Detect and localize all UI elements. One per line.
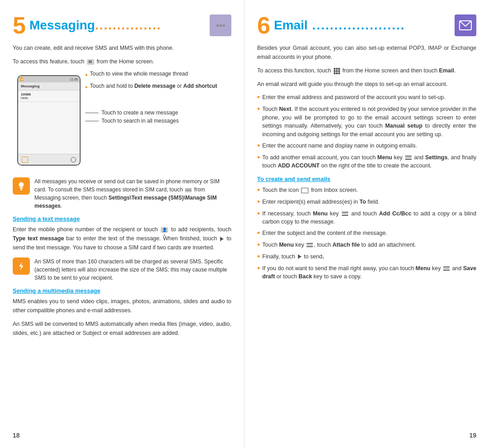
info-box-sms: An SMS of more than 160 characters will … [13,257,231,282]
email-intro-2: To access this function, touch from the … [257,66,476,75]
bullet-item: • Enter the email address and password o… [257,93,476,102]
menu-icon-1 [185,187,192,193]
section-5-title: Messaging............... [29,18,210,33]
bullet-item: • Touch Next. If the account you entered… [257,105,476,139]
sending-mms-heading: Sending a multimedia message [13,287,231,294]
page-number-left: 18 [13,432,20,439]
lightning-icon [16,261,26,271]
bullet-item-save-draft: • If you do not want to send the mail ri… [257,264,476,281]
svg-point-0 [19,182,24,187]
apps-grid-icon [334,68,340,74]
add-recipient-icon: 👤+ [161,227,168,233]
info-text-sim: All messages you receive or send out can… [34,177,231,210]
section-6-title: Email ..................... [274,18,455,33]
send-icon-2 [298,254,302,259]
section-5-number: 5 [13,14,26,37]
annotation-view-thread: • Touch to view the whole message thread [85,71,231,79]
bullet-item-cc: • If necessary, touch Menu key and touch… [257,210,476,227]
right-column: 6 Email ..................... Besides yo… [244,0,489,448]
bell-icon [16,181,26,191]
section-6-header: 6 Email ..................... [257,14,476,37]
search-icon [71,157,76,162]
sending-text-heading: Sending a text message [13,215,231,222]
left-column: 5 Messaging............... You can creat… [0,0,244,448]
info-box-sim: All messages you receive or send out can… [13,177,231,210]
sending-text-body: Enter the mobile phone number of the rec… [13,225,231,252]
email-section-icon [455,14,476,36]
info-icon-2 [13,257,30,275]
phone-app-header: Messaging [18,82,80,91]
annotation-delete: • Touch and hold to Delete message or Ad… [85,83,231,91]
create-send-heading: To create and send emails [257,176,476,182]
sending-mms-body-2: An SMS will be converted to MMS automati… [13,319,231,338]
menu-icon-4 [307,243,313,248]
compose-mail-icon [301,188,308,193]
sending-mms-body-1: MMS enables you to send video clips, ima… [13,297,231,315]
messaging-intro-2: To access this feature, touch 🖼 from the… [13,57,231,66]
compose-icon [22,157,28,163]
info-text-sms: An SMS of more than 160 characters will … [34,257,231,282]
messaging-intro-1: You can create, edit and receive SMS and… [13,43,231,52]
phone-diagram: 📶 11:35 Messaging 10086 Hello • [13,71,231,170]
page-number-right: 19 [469,432,476,439]
annotations: • Touch to view the whole message thread… [85,71,231,170]
email-icon [459,20,472,30]
svg-marker-2 [19,262,24,270]
bullet-item-to-field: • Enter recipient(s) email address(es) i… [257,198,476,207]
menu-icon-3 [342,211,348,216]
email-setup-bullets: • Enter the email address and password o… [257,93,476,170]
annotation-compose-line: Touch to create a new message Touch to s… [85,110,231,124]
phone-message-item: 10086 Hello [18,91,80,102]
svg-point-1 [20,189,22,191]
bullet-item-attach: • Touch Menu key , touch Attach file to … [257,241,476,250]
home-screen-icon: 🖼 [87,59,94,65]
info-icon-1 [13,177,30,195]
email-intro-3: An email wizard will guide you through t… [257,80,476,89]
bullet-item-subject: • Enter the subject and the content of t… [257,229,476,238]
create-send-bullets: • Touch the icon from Inbox screen. • En… [257,186,476,281]
phone-footer [18,154,80,165]
phone-mockup: 📶 11:35 Messaging 10086 Hello [17,75,81,166]
bullet-item-send: • Finally, touch to send. [257,253,476,262]
section-5-header: 5 Messaging............... [13,14,231,37]
bullet-item: • To add another email account, you can … [257,153,476,171]
bullet-item-touch-icon: • Touch the icon from Inbox screen. [257,186,476,195]
section-6-number: 6 [257,14,270,37]
send-icon-1 [220,237,224,241]
menu-icon-2 [405,155,412,160]
phone-status-bar: 📶 11:35 [18,76,80,82]
email-intro-1: Besides your Gmail account, you can also… [257,43,476,62]
messaging-icon [210,14,231,36]
bullet-item: • Enter the account name and display nam… [257,142,476,151]
menu-icon-5 [443,266,450,271]
